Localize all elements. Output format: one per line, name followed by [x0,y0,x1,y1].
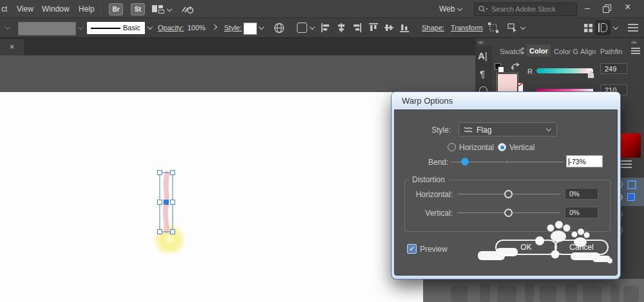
application-grid-icon[interactable] [583,23,593,33]
ok-button[interactable]: OK [495,240,557,255]
fill-chevron-icon[interactable] [5,24,10,30]
radio-horizontal[interactable] [448,143,456,151]
distortion-horizontal-label: Horizontal: [412,190,453,199]
workspace-switcher-button[interactable] [595,20,611,35]
tab-pathfinder[interactable]: Pathfin [600,48,622,55]
distortion-vertical-handle[interactable] [504,209,513,217]
control-bar-menu-icon[interactable] [628,24,638,32]
dialog-title: Warp Options [392,96,453,106]
swap-fill-stroke-icon[interactable] [511,62,520,71]
tab-color[interactable]: Color [529,47,548,55]
stroke-style-widget[interactable]: Basic [87,22,145,34]
warp-style-label: Style: [431,126,451,135]
distortion-title: Distortion [409,175,448,184]
menu-item-partial[interactable]: ct [1,5,7,14]
workspace-chevron-icon[interactable] [613,24,618,30]
document-setup-chevron-icon[interactable] [310,24,315,30]
arrange-documents-chevron-icon[interactable] [167,6,172,12]
bend-value-field[interactable]: -73% [566,155,603,167]
close-button[interactable]: × [625,3,630,12]
stroke-preview-line [91,28,120,29]
r-value-field[interactable]: 249 [600,63,627,74]
preview-checkbox[interactable]: ✓ [407,244,417,254]
transform-label[interactable]: Transform [451,24,483,32]
warp-style-dropdown[interactable]: Flag [459,122,557,137]
bend-label: Bend: [428,158,448,167]
distortion-vertical-value[interactable]: 0% [565,207,598,218]
bend-slider-handle[interactable] [461,158,469,165]
watermark-band [423,279,644,302]
menu-item-window[interactable]: Window [42,5,70,14]
collapse-panels-right-icon[interactable]: »» [631,39,636,46]
bridge-app-icon[interactable]: Br [109,3,123,15]
selected-artwork[interactable] [147,162,193,254]
menubar-divider [100,4,101,14]
fill-color-well[interactable] [18,22,76,35]
radio-vertical[interactable] [498,143,506,151]
opacity-label[interactable]: Opacity: [158,24,184,32]
distortion-horizontal-value[interactable]: 0% [565,188,598,200]
document-tab-strip [0,38,475,55]
align-center-horizontal-icon[interactable] [336,23,346,33]
tab-scroll-icon[interactable] [520,47,526,55]
isolate-selection-icon[interactable] [507,22,518,33]
pasteboard [0,55,475,92]
cancel-button[interactable]: Cancel [554,240,609,255]
stroke-style-chevron-icon[interactable] [147,24,153,30]
stroke-color-chevron-icon[interactable] [78,24,83,30]
flag-style-icon [464,126,473,134]
search-icon [478,5,488,14]
bend-slider-center-tick [507,160,507,164]
opacity-value[interactable]: 100% [187,24,205,32]
glow-effect [153,223,186,254]
panel-menu-icon[interactable] [631,48,640,54]
graphic-style-swatch[interactable] [243,23,257,35]
graphic-style-label[interactable]: Style: [224,24,242,32]
control-bar: Basic Opacity: 100% Style: [0,18,644,38]
panel-flyout-menu-icon[interactable] [620,160,632,168]
illustrator-window: ct View Window Help Br St Web Search Ado [0,0,644,302]
document-profile-chevron-icon[interactable] [457,6,462,11]
publish-globe-icon[interactable] [274,23,285,33]
minimize-button[interactable]: – [585,3,590,12]
free-transform-icon[interactable] [488,22,499,33]
tab-align[interactable]: Align [580,48,596,55]
distortion-horizontal-handle[interactable] [504,190,513,198]
align-center-vertical-icon[interactable] [384,23,394,33]
align-top-icon[interactable] [368,23,379,33]
distortion-vertical-label: Vertical: [412,209,453,218]
graphic-style-chevron-icon[interactable] [259,24,264,30]
gpu-performance-icon[interactable] [181,4,195,14]
r-channel-slider[interactable] [536,68,593,73]
radio-selected-dot [500,146,504,149]
document-tab-close[interactable]: × [0,39,24,55]
channel-r-label: R [527,68,533,76]
preview-label[interactable]: Preview [420,245,448,254]
stock-app-icon[interactable]: St [131,3,145,15]
isolate-selection-chevron-icon[interactable] [520,24,526,30]
fill-swatch[interactable] [497,73,518,93]
tab-color-guide[interactable]: Color G [554,48,578,55]
document-profile-label[interactable]: Web [439,5,455,14]
bend-value: -73% [569,158,586,165]
opacity-expand-chevron-icon[interactable] [212,24,217,30]
menu-item-view[interactable]: View [17,5,33,14]
radio-horizontal-label[interactable]: Horizontal [459,143,494,152]
paragraph-panel-icon[interactable]: ¶ [480,68,485,79]
document-setup-icon[interactable] [297,23,307,33]
appearance-row-swatch-outline[interactable] [627,180,636,189]
collapse-panels-left-icon[interactable]: «« [478,39,482,46]
appearance-row2-swatch[interactable] [627,193,635,201]
stock-search-input[interactable]: Search Adobe Stock [474,3,577,16]
search-placeholder: Search Adobe Stock [491,5,556,14]
character-panel-icon[interactable]: A| [478,50,488,61]
radio-vertical-label[interactable]: Vertical [509,143,535,152]
warp-style-chevron-icon [546,126,551,131]
warp-style-value: Flag [477,126,491,135]
align-bottom-icon[interactable] [399,23,410,33]
align-left-icon[interactable] [321,23,331,33]
align-right-icon[interactable] [352,23,362,33]
menu-item-help[interactable]: Help [79,5,95,14]
dialog-title-bar[interactable]: Warp Options [392,92,620,109]
shape-label[interactable]: Shape: [422,24,444,32]
